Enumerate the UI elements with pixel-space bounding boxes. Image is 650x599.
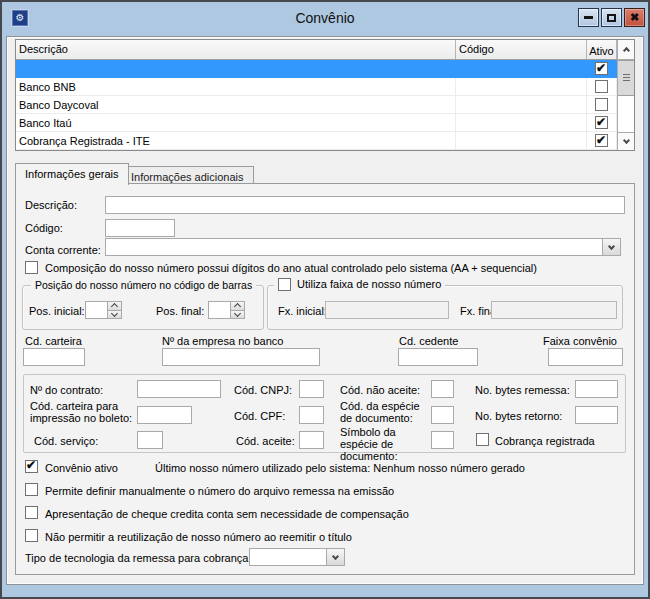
cod-especie-input[interactable] <box>431 406 454 424</box>
cod-aceite-input[interactable] <box>299 431 324 449</box>
faixa-convenio-label: Faixa convênio <box>543 335 617 347</box>
cod-carteira-boleto-input[interactable] <box>137 406 192 424</box>
contrato-panel: Nº do contrato: Cód. CNPJ: Cód. não acei… <box>23 374 626 453</box>
pos-final-spinner[interactable] <box>208 301 245 319</box>
titlebar: ⚙ Convênio ✖ <box>2 2 648 36</box>
minimize-button[interactable] <box>578 8 599 27</box>
permite-definir-checkbox[interactable] <box>25 483 38 496</box>
bytes-remessa-input[interactable] <box>575 380 618 398</box>
faixa-group-title: Utiliza faixa de nosso número <box>274 278 445 291</box>
apresentacao-cheque-checkbox[interactable] <box>25 506 38 519</box>
ativo-checkbox[interactable] <box>595 134 608 147</box>
pos-inicial-input[interactable] <box>85 301 107 319</box>
tipo-tecnologia-input[interactable] <box>250 549 326 565</box>
spin-up-button[interactable] <box>230 301 245 311</box>
nao-permitir-checkbox[interactable] <box>25 529 38 542</box>
ativo-checkbox[interactable] <box>595 62 608 75</box>
cell-descricao: Banco Itaú <box>16 114 456 131</box>
descricao-label: Descrição: <box>25 199 77 211</box>
fx-final-input[interactable] <box>491 301 617 319</box>
cell-codigo <box>456 60 587 77</box>
cod-cnpj-input[interactable] <box>299 380 324 398</box>
cell-codigo <box>456 96 587 113</box>
cell-codigo <box>456 114 587 131</box>
ativo-checkbox[interactable] <box>595 98 608 111</box>
tipo-tecnologia-combobox[interactable] <box>249 548 345 566</box>
table-row[interactable]: Banco BNB <box>16 78 617 96</box>
cod-cpf-label: Cód. CPF: <box>234 410 285 422</box>
num-empresa-label: Nº da empresa no banco <box>162 335 283 347</box>
bytes-retorno-input[interactable] <box>575 406 618 424</box>
convenio-window: ⚙ Convênio ✖ Descrição Código Ativo Banc… <box>0 0 650 599</box>
table-row[interactable]: Banco Daycoval <box>16 96 617 114</box>
cell-ativo <box>587 114 617 131</box>
permite-definir-label: Permite definir manualmente o número do … <box>45 485 394 497</box>
cobranca-registrada-label: Cobrança registrada <box>495 435 595 447</box>
posicao-groupbox: Posição do nosso número no código de bar… <box>22 285 264 330</box>
ativo-checkbox[interactable] <box>595 80 608 93</box>
num-contrato-label: Nº do contrato: <box>30 384 103 396</box>
num-empresa-input[interactable] <box>162 348 320 366</box>
convenios-grid: Descrição Código Ativo Banco BNB Banco D… <box>15 39 635 151</box>
spin-down-button[interactable] <box>230 311 245 320</box>
table-row[interactable]: Cobrança Registrada - ITE <box>16 132 617 150</box>
fx-inicial-input[interactable] <box>325 301 449 319</box>
pos-inicial-label: Pos. inicial: <box>29 305 85 317</box>
pos-final-input[interactable] <box>208 301 230 319</box>
cell-descricao: Banco Daycoval <box>16 96 456 113</box>
convenio-ativo-checkbox[interactable] <box>25 460 38 473</box>
chevron-up-icon <box>234 303 241 310</box>
column-header-ativo[interactable]: Ativo <box>587 40 617 59</box>
cod-cpf-input[interactable] <box>299 406 324 424</box>
table-row[interactable] <box>16 60 617 78</box>
utiliza-faixa-checkbox[interactable] <box>278 278 291 291</box>
window-controls: ✖ <box>578 8 645 27</box>
dropdown-button[interactable] <box>602 239 620 255</box>
ultimo-numero-text: Último nosso número utilizado pelo siste… <box>155 462 525 474</box>
codigo-input[interactable] <box>105 219 175 237</box>
column-header-descricao[interactable]: Descrição <box>16 40 456 59</box>
cod-nao-aceite-label: Cód. não aceite: <box>340 384 420 396</box>
pos-inicial-spinner[interactable] <box>85 301 122 319</box>
cod-servico-label: Cód. serviço: <box>34 435 98 447</box>
descricao-input[interactable] <box>105 196 625 214</box>
tab-informacoes-adicionais[interactable]: Informações adicionais <box>121 166 254 184</box>
cell-descricao: Cobrança Registrada - ITE <box>16 132 456 149</box>
ativo-checkbox[interactable] <box>595 116 608 129</box>
cod-especie-label: Cód. da espécie de documento: <box>340 400 432 424</box>
conta-corrente-combobox[interactable] <box>105 238 621 256</box>
chevron-up-icon <box>111 303 118 310</box>
conta-corrente-input[interactable] <box>106 239 602 255</box>
close-button[interactable]: ✖ <box>624 8 645 27</box>
cd-carteira-input[interactable] <box>23 348 85 366</box>
table-row[interactable]: Banco Itaú <box>16 114 617 132</box>
cod-nao-aceite-input[interactable] <box>431 380 454 398</box>
grid-scrollbar[interactable] <box>617 40 634 150</box>
bytes-retorno-label: No. bytes retorno: <box>475 410 562 422</box>
simbolo-especie-input[interactable] <box>431 431 454 449</box>
dropdown-button[interactable] <box>326 549 344 565</box>
minimize-icon <box>584 16 593 19</box>
maximize-button[interactable] <box>601 8 622 27</box>
faixa-convenio-input[interactable] <box>548 348 623 366</box>
tab-informacoes-gerais[interactable]: Informações gerais <box>15 163 129 185</box>
cell-descricao <box>16 60 456 77</box>
cobranca-registrada-checkbox[interactable] <box>476 433 489 446</box>
faixa-groupbox: Utiliza faixa de nosso número Fx. inicia… <box>267 285 623 330</box>
chevron-down-icon <box>332 552 339 559</box>
cod-servico-input[interactable] <box>137 431 163 449</box>
scroll-down-button[interactable] <box>618 132 634 150</box>
cell-ativo <box>587 78 617 95</box>
cd-carteira-label: Cd. carteira <box>25 335 82 347</box>
spin-up-button[interactable] <box>107 301 122 311</box>
conta-corrente-label: Conta corrente: <box>25 244 101 256</box>
nao-permitir-label: Não permitir a reutilização de nosso núm… <box>45 531 352 543</box>
scroll-up-button[interactable] <box>618 40 634 60</box>
num-contrato-input[interactable] <box>137 380 221 398</box>
column-header-codigo[interactable]: Código <box>456 40 587 59</box>
composicao-checkbox[interactable] <box>25 261 38 274</box>
scrollbar-thumb[interactable] <box>618 60 634 96</box>
spin-down-button[interactable] <box>107 311 122 320</box>
client-area: Descrição Código Ativo Banco BNB Banco D… <box>6 36 644 585</box>
cd-cedente-input[interactable] <box>398 348 478 366</box>
